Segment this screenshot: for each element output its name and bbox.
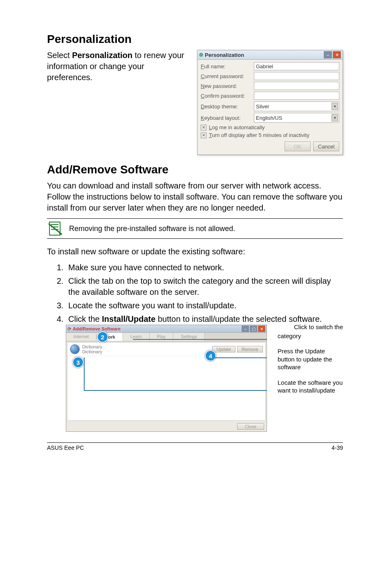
step4-pre: Click the [68,314,102,323]
software-row: Dictionary Dictionary Update Remove [67,343,265,356]
chevron-down-icon: ▾ [332,114,338,121]
callout-badge-4: 4 [205,350,216,361]
new-password-input[interactable] [254,82,339,90]
current-password-label: Current password: [201,73,254,79]
add-remove-body: You can download and install software fr… [47,180,343,213]
note-text: Removing the pre-installed software is n… [69,224,235,233]
globe-icon [70,344,80,354]
callout-category: category [278,332,343,340]
dialog-title: Personalization [205,52,244,58]
remove-button[interactable]: Remove [237,346,263,352]
full-name-label: Full name: [201,63,254,70]
app-icon [199,53,203,57]
minimize-button[interactable]: – [242,325,249,332]
add-remove-window: ⟳ Add/Remove Software – ▢ ✕ Internet Wor… [66,325,267,432]
chevron-down-icon: ▾ [332,103,338,110]
confirm-password-label: Confirm password: [201,93,254,99]
callout-locate: Locate the software you want to install/… [278,379,343,395]
step-2: Click the tab on the top to switch the c… [66,276,343,298]
footer-right: 4-39 [332,444,343,451]
tab-learn[interactable]: Learn [123,333,150,341]
desktop-theme-value: Silver [256,103,269,110]
dialog-titlebar: Personalization – ✕ [197,50,343,60]
callout-update: Press the Update button to update the so… [278,347,343,371]
personalization-heading: Personalization [47,33,343,46]
add-remove-titlebar: ⟳ Add/Remove Software – ▢ ✕ [66,325,267,333]
note-box: Removing the pre-installed software is n… [47,218,343,239]
maximize-button[interactable]: ▢ [250,325,257,332]
full-name-input[interactable] [254,62,339,70]
step4-post: button to install/update the selected so… [155,314,322,323]
step4-bold: Install/Update [102,314,155,323]
desktop-theme-label: Desktop theme: [201,103,254,110]
software-name-1: Dictionary [82,344,102,349]
confirm-password-input[interactable] [254,92,339,100]
install-lead: To install new software or update the ex… [47,246,343,257]
close-window-button[interactable]: Close [237,423,264,430]
callout-badge-3: 3 [72,357,84,368]
personalization-dialog: Personalization – ✕ Full name: Current p… [197,50,343,155]
tab-settings[interactable]: Settings [173,333,205,341]
turn-off-display-checkbox[interactable]: ✕ [201,132,206,138]
tab-play[interactable]: Play [150,333,173,341]
intro-bold: Personalization [72,51,132,60]
cancel-button[interactable]: Cancel [313,141,339,151]
add-remove-heading: Add/Remove Software [47,163,343,176]
add-remove-title: Add/Remove Software [73,326,121,331]
window-icon: ⟳ [67,326,71,332]
ok-button[interactable]: OK [285,141,311,151]
note-icon [47,220,63,237]
new-password-label: New password: [201,83,254,89]
category-tabs: Internet Work Learn Play Settings [66,333,267,341]
turn-off-display-label: Turn off display after 5 minutes of inac… [209,132,309,138]
keyboard-layout-value: English/US [256,115,282,121]
update-button[interactable]: Update [212,346,235,352]
keyboard-layout-select[interactable]: English/US ▾ [254,113,339,123]
tab-internet[interactable]: Internet [66,333,96,341]
footer-left: ASUS Eee PC [47,444,84,451]
software-name-2: Dictionary [82,349,102,354]
personalization-intro: Select Personalization to renew your inf… [47,50,189,155]
step-3: Locate the software you want to install/… [66,300,343,311]
callout-badge-2: 2 [97,331,108,343]
close-button[interactable]: ✕ [258,325,265,332]
current-password-input[interactable] [254,72,339,80]
minimize-button[interactable]: – [324,51,332,58]
close-button[interactable]: ✕ [333,51,341,58]
steps-list: Make sure you have connected to network.… [47,262,343,325]
auto-login-checkbox[interactable]: ✕ [201,125,206,130]
callout-pre: Click to switch the [278,323,343,331]
intro-pre: Select [47,51,72,60]
desktop-theme-select[interactable]: Silver ▾ [254,101,339,111]
keyboard-layout-label: Keyboard layout: [201,115,254,121]
step-1: Make sure you have connected to network. [66,262,343,273]
auto-login-label: Log me in automatically [209,124,265,130]
